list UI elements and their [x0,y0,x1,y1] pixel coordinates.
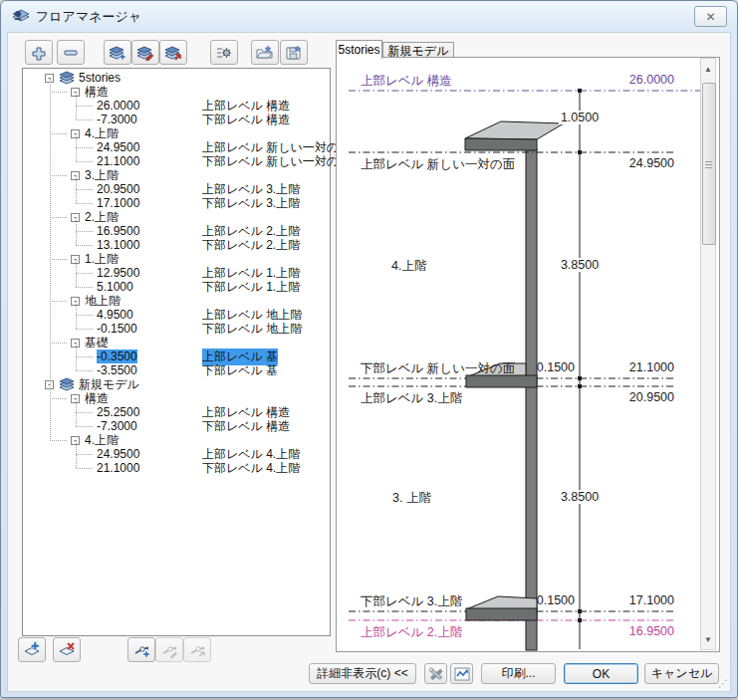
tree-guide-stub [76,147,93,148]
tree-level-rows: 20.9500上部レベル 3.上階17.1000下部レベル 3.上階 [23,182,330,210]
story-edit-icon [136,45,154,61]
tree-level-row[interactable]: 21.1000下部レベル 4.上階 [23,461,330,475]
story-tree-panel[interactable]: -5stories-構造26.0000上部レベル 構造-7.3000下部レベル … [22,68,331,636]
level-name-label: 上部レベル 3.上階 [361,390,462,407]
settings-tools-button[interactable] [424,663,447,684]
tree-guide-stub [76,287,93,288]
level-label: 下部レベル 1.上階 [202,279,300,296]
tree-guide-stub [50,92,67,93]
tree-guide-stub [76,161,93,162]
level-value-cell: 21.1000 [97,461,202,475]
level-label: 下部レベル 基 [202,362,278,379]
print-button[interactable]: 印刷... [481,663,556,684]
level-value: -0.3500 [97,350,137,363]
resize-grip[interactable]: ⋰ [718,678,729,689]
tree-level-row[interactable]: -7.3000下部レベル 構造 [23,419,330,433]
story-settings-button[interactable] [210,40,238,65]
save-export-button[interactable] [280,40,308,65]
level-value-cell: 24.9500 [97,447,202,461]
tree-guide-stub [76,412,93,413]
level-name-label: 上部レベル 新しい一対の面 [361,156,515,173]
level-label: 下部レベル 3.上階 [202,195,300,212]
window-title: フロアマネージャ [36,8,141,26]
tree-level-rows: 24.9500上部レベル 4.上階21.1000下部レベル 4.上階 [23,447,330,475]
tree-level-rows: 16.9500上部レベル 2.上階13.1000下部レベル 2.上階 [23,224,330,252]
level-value: 26.0000 [97,99,139,113]
level-value-cell: 4.9500 [97,308,202,322]
scroll-up-icon[interactable]: ▲ [701,61,715,77]
tab-5stories[interactable]: 5stories [336,40,382,59]
ok-button[interactable]: OK [564,663,638,684]
story-move-icon [164,45,182,61]
slab-thickness-value: 0.1500 [537,360,575,374]
tree-story-label: 4.上階 [85,432,119,449]
view-edit-button [155,637,183,662]
floor-delete-button[interactable] [53,637,81,662]
level-elevation-value: 26.0000 [629,73,674,87]
tree-level-row[interactable]: -0.1500下部レベル 地上階 [23,322,330,336]
slab-thickness-value: 0.1500 [537,593,575,607]
story-move-button[interactable] [159,40,187,65]
level-value-cell: 12.9500 [97,266,202,280]
view-add-button[interactable] [127,637,155,662]
view-move-icon [188,641,207,658]
level-value: 4.9500 [97,308,133,322]
open-import-button[interactable] [251,40,279,65]
collapse-minus-button[interactable] [57,40,85,65]
tree-level-rows: 24.9500上部レベル 新しい一対の面21.1000下部レベル 新しい一対の面 [23,140,330,168]
floor-add-icon [23,641,42,658]
wrench-icon [428,666,444,682]
floor-delete-icon [58,641,77,658]
tree-level-row[interactable]: 5.1000下部レベル 1.上階 [23,280,330,294]
tree-story-label: 2.上階 [85,209,119,226]
titlebar[interactable]: フロアマネージャ ✕ [0,0,738,30]
level-elevation-value: 17.1000 [629,593,674,607]
level-value-cell: 16.9500 [97,224,202,238]
level-value: 16.9500 [97,224,139,238]
chart-view-button[interactable] [450,663,473,684]
floor-add-button[interactable] [18,637,46,662]
level-value: 12.9500 [97,266,139,280]
story-add-button[interactable] [104,40,131,65]
story-name-label: 3. 上階 [392,490,431,507]
level-value: 21.1000 [97,461,139,475]
level-value-cell: -0.1500 [97,322,202,336]
cancel-button[interactable]: キャンセル [644,663,719,684]
scrollbar-thumb[interactable] [702,83,716,245]
tree-level-rows: -0.3500上部レベル 基-3.5500下部レベル 基 [23,350,330,377]
story-height-value: 3.8500 [559,490,601,504]
scroll-down-icon[interactable]: ▼ [701,631,715,647]
tree-level-row[interactable]: -7.3000下部レベル 構造 [23,113,330,126]
level-label: 下部レベル 地上階 [202,321,302,338]
tree-level-rows: 26.0000上部レベル 構造-7.3000下部レベル 構造 [23,99,330,126]
tree-guide-stub [76,426,93,427]
tree-story-row[interactable]: -基礎 [23,336,330,350]
close-button[interactable]: ✕ [694,6,727,27]
tree-level-row[interactable]: -3.5500下部レベル 基 [23,363,330,377]
tree-guide-stub [50,398,67,399]
section-drawing: 上部レベル 構造26.0000上部レベル 新しい一対の面24.9500下部レベル… [337,58,700,651]
tree-root-row[interactable]: -新規モデル [23,377,330,391]
tree-level-row[interactable]: 13.1000下部レベル 2.上階 [23,238,330,252]
tree-story-label: 構造 [85,390,109,407]
tree-root-row[interactable]: -5stories [23,71,330,85]
story-edit-button[interactable] [131,40,159,65]
level-name-label: 下部レベル 新しい一対の面 [361,360,515,377]
tree-guide-stub [76,273,93,274]
tree-level-row[interactable]: 17.1000下部レベル 3.上階 [23,196,330,210]
tree-level-row-selected[interactable]: -0.3500上部レベル 基 [23,350,330,363]
hide-details-button[interactable]: 詳細非表示(c) << [309,663,416,684]
level-value-cell: 25.2500 [97,405,202,419]
preview-scrollbar[interactable]: ▲ ▼ [700,58,716,650]
story-height-value: 1.0500 [559,111,601,124]
expand-plus-icon [30,45,48,61]
tree-level-row[interactable]: 21.1000下部レベル 新しい一対の面 [23,154,330,168]
level-value-cell: 24.9500 [97,140,202,154]
level-name-label: 上部レベル 構造 [361,73,452,90]
tree-guide-stub [76,189,93,190]
tree-root-children: -構造26.0000上部レベル 構造-7.3000下部レベル 構造-4.上階24… [23,85,330,377]
expand-plus-button[interactable] [25,40,53,65]
level-label: 下部レベル 4.上階 [202,460,300,477]
close-icon: ✕ [705,10,715,24]
tree-story-label: 3.上階 [85,167,119,184]
